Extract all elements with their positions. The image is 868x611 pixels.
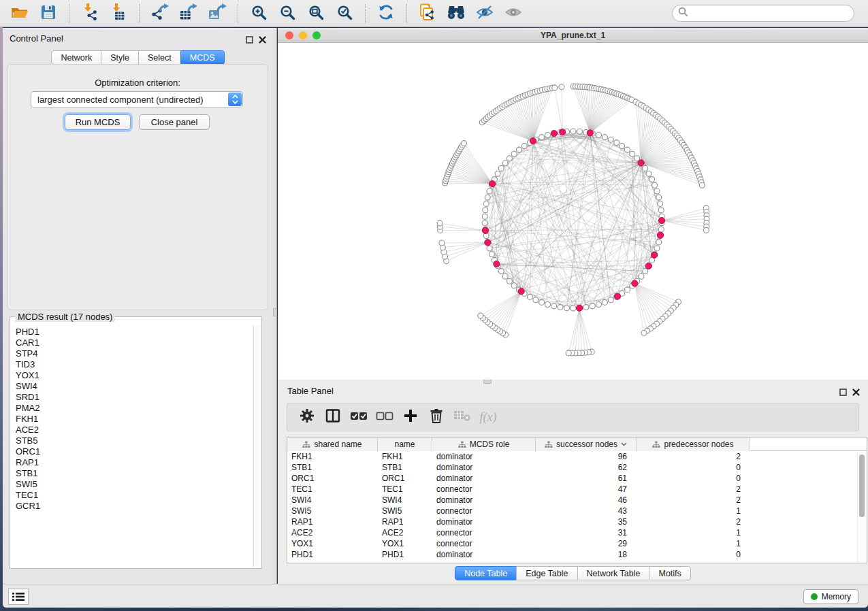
mcds-result-item[interactable]: ORC1 <box>16 446 253 457</box>
close-panel-button[interactable]: Close panel <box>139 114 210 130</box>
tab-network[interactable]: Network <box>51 50 101 65</box>
mcds-result-item[interactable]: TEC1 <box>16 490 253 501</box>
node[interactable] <box>658 227 664 232</box>
tab-motifs[interactable]: Motifs <box>649 566 690 580</box>
memory-button[interactable]: Memory <box>803 589 858 604</box>
table-scrollbar-thumb[interactable] <box>859 455 865 517</box>
mcds-result-item[interactable]: SWI4 <box>16 381 253 392</box>
dominator-node[interactable] <box>614 293 620 299</box>
node[interactable] <box>437 220 443 226</box>
close-panel-icon[interactable] <box>852 386 860 399</box>
node[interactable] <box>614 140 620 146</box>
table-row[interactable]: YOX1YOX1connector291 <box>287 538 867 549</box>
node[interactable] <box>596 133 602 138</box>
mcds-result-item[interactable]: STP4 <box>16 348 253 359</box>
dominator-node[interactable] <box>530 138 536 144</box>
dominator-node[interactable] <box>632 280 638 286</box>
node[interactable] <box>487 246 492 251</box>
node[interactable] <box>482 214 487 219</box>
task-history-button[interactable] <box>8 589 29 605</box>
node[interactable] <box>625 147 630 152</box>
dominator-node[interactable] <box>485 240 491 246</box>
node[interactable] <box>649 177 655 182</box>
deselect-all-button[interactable] <box>373 406 396 428</box>
select-stepper-icon[interactable] <box>228 93 242 106</box>
table-scrollbar[interactable] <box>857 452 866 562</box>
node[interactable] <box>620 144 625 149</box>
node[interactable] <box>656 195 662 200</box>
table-row[interactable]: SWI4SWI4dominator462 <box>287 495 867 506</box>
column-header-predecessor-nodes[interactable]: predecessor nodes <box>637 437 750 451</box>
show-all-button[interactable] <box>500 2 527 25</box>
node[interactable] <box>608 297 613 303</box>
column-header-name[interactable]: name <box>378 437 432 451</box>
node[interactable] <box>483 233 489 239</box>
tab-style[interactable]: Style <box>101 50 139 65</box>
node[interactable] <box>643 269 648 274</box>
mcds-result-item[interactable]: CAR1 <box>16 337 253 348</box>
mcds-list-scrollbar[interactable] <box>253 325 261 567</box>
mcds-result-item[interactable]: FKH1 <box>16 414 253 425</box>
zoom-out-button[interactable] <box>274 2 301 25</box>
node[interactable] <box>558 305 563 310</box>
vertical-splitter[interactable] <box>273 28 277 584</box>
node[interactable] <box>625 287 630 293</box>
run-mcds-button[interactable]: Run MCDS <box>65 114 131 130</box>
table-row[interactable]: ORC1ORC1dominator610 <box>287 473 867 484</box>
dominator-node[interactable] <box>638 160 644 166</box>
node[interactable] <box>545 133 551 138</box>
save-session-button[interactable] <box>35 2 62 25</box>
table-row[interactable]: ACE2ACE2connector311 <box>287 527 867 538</box>
select-all-button[interactable] <box>347 406 370 428</box>
node[interactable] <box>590 303 595 309</box>
table-row[interactable]: PHD1PHD1dominator180 <box>287 549 867 560</box>
dominator-node[interactable] <box>658 218 664 224</box>
node[interactable] <box>511 151 517 156</box>
new-network-from-selection-button[interactable] <box>414 2 441 25</box>
tab-select[interactable]: Select <box>138 50 181 65</box>
node[interactable] <box>498 165 504 171</box>
dominator-node[interactable] <box>587 130 593 136</box>
node[interactable] <box>521 144 527 149</box>
node[interactable] <box>539 135 545 140</box>
node[interactable] <box>498 269 504 274</box>
node[interactable] <box>564 306 570 311</box>
node[interactable] <box>502 274 508 279</box>
node[interactable] <box>495 171 500 176</box>
dominator-node[interactable] <box>482 227 488 233</box>
node[interactable] <box>483 208 488 213</box>
node[interactable] <box>654 246 660 251</box>
float-panel-icon[interactable] <box>246 34 253 46</box>
splitter-grip[interactable] <box>273 308 277 316</box>
dominator-node[interactable] <box>577 305 583 311</box>
node[interactable] <box>577 129 583 134</box>
node[interactable] <box>699 182 705 188</box>
tab-node-table[interactable]: Node Table <box>455 566 517 580</box>
node[interactable] <box>533 297 539 303</box>
table-row[interactable]: SWI5SWI5connector431 <box>287 506 867 516</box>
node[interactable] <box>703 227 709 233</box>
node[interactable] <box>608 137 613 142</box>
node[interactable] <box>641 330 647 335</box>
mcds-result-item[interactable]: GCR1 <box>16 501 253 512</box>
mcds-result-item[interactable]: STB5 <box>16 435 253 446</box>
dominator-node[interactable] <box>518 288 524 295</box>
node[interactable] <box>527 294 532 299</box>
node[interactable] <box>487 188 492 194</box>
node[interactable] <box>439 240 445 246</box>
node[interactable] <box>507 278 512 284</box>
dominator-node[interactable] <box>551 131 557 137</box>
node[interactable] <box>552 85 558 90</box>
node[interactable] <box>602 299 607 305</box>
tab-network-table[interactable]: Network Table <box>577 566 650 580</box>
table-row[interactable]: FKH1FKH1dominator962 <box>287 451 867 462</box>
table-row[interactable]: TEC1TEC1connector472 <box>287 484 867 495</box>
mcds-result-item[interactable]: YOX1 <box>16 370 253 381</box>
zoom-fit-button[interactable] <box>302 2 329 25</box>
import-table-button[interactable] <box>105 2 132 25</box>
node[interactable] <box>551 303 557 309</box>
float-panel-icon[interactable] <box>839 386 847 399</box>
node[interactable] <box>658 201 663 206</box>
network-canvas[interactable] <box>278 43 868 380</box>
tab-mcds[interactable]: MCDS <box>180 50 225 65</box>
